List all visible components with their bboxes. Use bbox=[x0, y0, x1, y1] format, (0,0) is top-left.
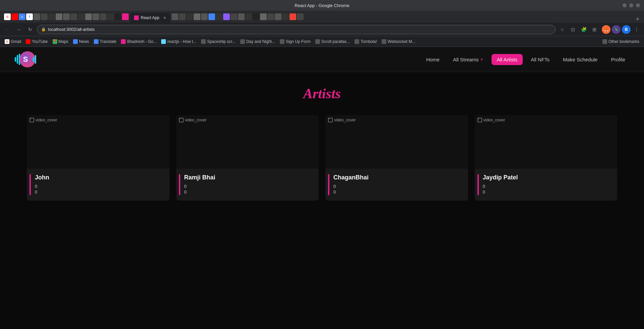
nav-profile-label: Profile bbox=[611, 57, 625, 62]
artist-name-2: Ramji Bhai bbox=[184, 174, 314, 181]
tab-favicon-g[interactable]: G bbox=[19, 13, 25, 20]
window-controls: ─ □ ✕ bbox=[623, 3, 640, 7]
tab-after-13[interactable] bbox=[260, 13, 267, 20]
bookmark-maps[interactable]: 📍 Maps bbox=[51, 38, 70, 46]
tab-close-button[interactable]: ✕ bbox=[163, 16, 166, 20]
close-button[interactable]: ✕ bbox=[636, 3, 640, 7]
tab-after-16[interactable] bbox=[282, 13, 289, 20]
tab-favicon-11[interactable] bbox=[107, 13, 114, 20]
address-bar[interactable]: 🔒 localhost:3002/all-artists bbox=[37, 25, 556, 34]
tab-after-6[interactable] bbox=[208, 13, 215, 20]
tab-after-1[interactable] bbox=[172, 13, 178, 20]
tab-after-9[interactable] bbox=[231, 13, 237, 20]
artist-stat1-1: 0 bbox=[35, 184, 164, 189]
tab-after-15[interactable] bbox=[275, 13, 281, 20]
tab-after-10[interactable] bbox=[238, 13, 245, 20]
artist-card-1[interactable]: video_cover John 0 0 bbox=[27, 115, 170, 201]
bookmark-news[interactable]: News bbox=[71, 38, 91, 46]
bookmark-reactjs-icon bbox=[161, 39, 166, 44]
nav-link-profile[interactable]: Profile bbox=[605, 54, 631, 65]
back-button[interactable]: ← bbox=[3, 25, 12, 34]
tab-after-14[interactable] bbox=[267, 13, 274, 20]
bookmark-signup[interactable]: Sign Up Form bbox=[278, 38, 313, 46]
bookmark-websocket[interactable]: Websocket M... bbox=[380, 38, 417, 46]
tab-after-18[interactable] bbox=[297, 13, 304, 20]
bookmark-tombola[interactable]: Tombola! bbox=[352, 38, 379, 46]
bookmark-signup-icon bbox=[280, 39, 284, 44]
artist-card-3[interactable]: video_cover ChaganBhai 0 0 bbox=[325, 115, 468, 201]
nav-schedule-label: Make Schedule bbox=[563, 57, 597, 62]
tab-favicon-7[interactable] bbox=[78, 13, 84, 20]
tab-favicon-10[interactable] bbox=[100, 13, 107, 20]
extensions-button[interactable]: 🧩 bbox=[579, 25, 588, 34]
bookmark-scrollparallax[interactable]: Scroll parallax... bbox=[313, 38, 352, 46]
tab-favicon-5[interactable] bbox=[63, 13, 70, 20]
tab-after-12[interactable] bbox=[253, 13, 259, 20]
tab-after-2[interactable] bbox=[179, 13, 186, 20]
streams-dropdown-arrow: ▼ bbox=[480, 58, 484, 61]
tab-favicon-yt[interactable] bbox=[11, 13, 18, 20]
tab-favicon-2[interactable] bbox=[41, 13, 48, 20]
bookmark-manager-button[interactable]: ⊞ bbox=[590, 25, 599, 34]
nav-link-allnfts[interactable]: All NFTs bbox=[525, 54, 555, 65]
tab-favicon-9[interactable] bbox=[92, 13, 99, 20]
title-bar: React App - Google Chrome ─ □ ✕ bbox=[0, 0, 644, 11]
tab-after-4[interactable] bbox=[194, 13, 200, 20]
tab-after-11[interactable] bbox=[245, 13, 252, 20]
screen-cast-button[interactable]: ⊡ bbox=[568, 25, 578, 34]
artists-grid: video_cover John 0 0 video_c bbox=[27, 115, 617, 201]
bookmark-other[interactable]: Other bookmarks bbox=[600, 38, 641, 46]
tab-favicon-12[interactable] bbox=[115, 13, 121, 20]
bookmark-star-button[interactable]: ☆ bbox=[558, 25, 567, 34]
tab-favicon-3[interactable] bbox=[48, 13, 55, 20]
bookmark-spaceship[interactable]: Spaceship scr... bbox=[199, 38, 238, 46]
nav-link-makeschedule[interactable]: Make Schedule bbox=[558, 54, 603, 65]
minimize-button[interactable]: ─ bbox=[623, 3, 627, 7]
bookmark-translate[interactable]: Translate bbox=[92, 38, 119, 46]
tab-after-3[interactable] bbox=[186, 13, 193, 20]
tab-favicon-6[interactable] bbox=[70, 13, 77, 20]
bookmark-daynight[interactable]: Day and Night... bbox=[238, 38, 277, 46]
new-tab-button[interactable]: + bbox=[634, 16, 641, 23]
url-text: localhost:3002/all-artists bbox=[48, 27, 551, 32]
bookmarks-bar: G Gmail YouTube 📍 Maps News Translate Bh… bbox=[0, 36, 644, 47]
profile-icon-1[interactable]: 🦊 bbox=[602, 25, 610, 34]
nav-link-allartists[interactable]: All Artists bbox=[492, 54, 523, 65]
profile-avatar[interactable]: B bbox=[622, 25, 631, 34]
app-logo[interactable]: S bbox=[13, 48, 37, 71]
cover-alt-text-1: video_cover bbox=[36, 118, 57, 122]
broken-image-2 bbox=[179, 118, 184, 122]
reload-button[interactable]: ↻ bbox=[25, 25, 35, 34]
app-content: S Home All Streams ▼ All Artists All NFT… bbox=[0, 47, 644, 329]
tab-favicon-8[interactable] bbox=[85, 13, 92, 20]
tab-favicon-4[interactable] bbox=[56, 13, 62, 20]
artist-accent-bar-1 bbox=[29, 174, 31, 195]
tab-after-7[interactable] bbox=[216, 13, 222, 20]
chrome-menu-button[interactable]: ⋮ bbox=[632, 25, 641, 34]
tab-favicon-gmail[interactable]: G bbox=[4, 13, 11, 20]
tab-favicon-f[interactable]: f bbox=[26, 13, 33, 20]
artist-stat2-1: 0 bbox=[35, 189, 164, 195]
tab-after-8[interactable] bbox=[223, 13, 230, 20]
bookmark-bhadresh[interactable]: Bhadresh - Go... bbox=[119, 38, 158, 46]
bookmark-gmail[interactable]: G Gmail bbox=[3, 38, 23, 46]
bookmark-maps-icon: 📍 bbox=[53, 39, 57, 44]
artist-card-4[interactable]: video_cover Jaydip Patel 0 0 bbox=[475, 115, 618, 201]
bookmark-youtube[interactable]: YouTube bbox=[24, 38, 50, 46]
profile-icon-2[interactable]: 🦎 bbox=[612, 25, 621, 34]
app-nav: Home All Streams ▼ All Artists All NFTs … bbox=[421, 54, 631, 65]
bookmark-reactjs[interactable]: reactjs - How t... bbox=[159, 38, 198, 46]
tab-after-17[interactable] bbox=[289, 13, 296, 20]
active-tab[interactable]: React App ✕ bbox=[130, 13, 170, 23]
nav-link-allstreams[interactable]: All Streams ▼ bbox=[448, 54, 489, 65]
bookmark-other-icon bbox=[602, 39, 607, 44]
artist-accent-bar-4 bbox=[477, 174, 479, 195]
artist-card-2[interactable]: video_cover Ramji Bhai 0 0 bbox=[176, 115, 319, 201]
nav-link-home[interactable]: Home bbox=[421, 54, 445, 65]
bookmark-gmail-icon: G bbox=[5, 39, 9, 44]
maximize-button[interactable]: □ bbox=[629, 3, 633, 7]
tab-after-5[interactable] bbox=[201, 13, 208, 20]
forward-button[interactable]: → bbox=[14, 25, 23, 34]
tab-favicon-1[interactable] bbox=[34, 13, 40, 20]
tab-favicon-react[interactable] bbox=[122, 13, 129, 20]
